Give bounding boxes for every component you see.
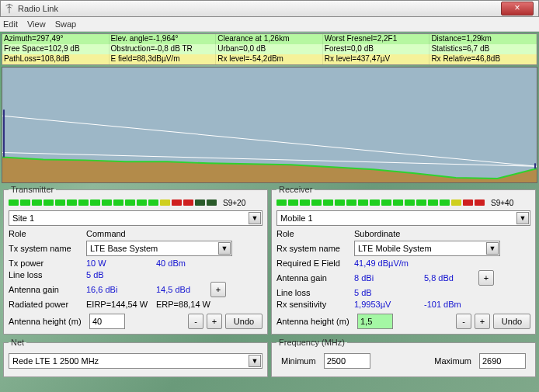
info-azimuth: Azimuth=297,49° (2, 34, 110, 44)
info-rxlevel-uv: Rx level=437,47µV (323, 54, 430, 64)
info-bar: Azimuth=297,49° Elev. angle=-1,964° Clea… (2, 33, 537, 65)
rx-role-value: Subordinate (354, 229, 500, 238)
menubar: Edit View Swap (0, 17, 539, 32)
rx-antheight-input[interactable]: 1,5 (357, 314, 393, 329)
rx-reqfield-label: Required E Field (276, 258, 354, 268)
receiver-legend: Receiver (276, 185, 315, 194)
chevron-down-icon: ▼ (249, 355, 261, 367)
frequency-panel: Frequency (MHz) Minimum 2500 Maximum 269… (271, 338, 536, 377)
menu-view[interactable]: View (27, 19, 46, 29)
info-urban: Urban=0,0 dB (216, 44, 323, 54)
tx-antgain-label: Antenna gain (9, 285, 86, 294)
rx-undo-button[interactable]: Undo (493, 314, 530, 329)
net-panel: Net Rede LTE 1 2500 MHz ▼ (3, 338, 268, 377)
rx-antgain-plus-button[interactable]: + (478, 270, 494, 286)
rx-reqfield-value: 41,49 dBµV/m (354, 258, 478, 268)
info-freespace: Free Space=102,9 dB (2, 44, 110, 54)
chevron-down-icon: ▼ (249, 212, 261, 224)
net-value: Rede LTE 1 2500 MHz (12, 356, 99, 366)
info-rxlevel-dbm: Rx level=-54,2dBm (216, 54, 323, 64)
tx-role-value: Command (86, 229, 232, 238)
tx-height-minus-button[interactable]: - (188, 314, 203, 329)
info-rxrelative: Rx Relative=46,8dB (429, 54, 537, 64)
info-efield: E field=88,3dBµV/m (110, 54, 217, 64)
tx-eirp-value: EIRP=144,54 W (86, 300, 156, 309)
info-pathloss: PathLoss=108,8dB (2, 54, 110, 64)
tx-antheight-input[interactable]: 40 (89, 314, 125, 329)
tx-sysname-select[interactable]: LTE Base System ▼ (86, 241, 232, 256)
tx-height-plus-button[interactable]: + (207, 314, 222, 329)
rx-sysname-label: Rx system name (276, 244, 354, 253)
freq-min-input[interactable]: 2500 (324, 353, 370, 369)
rx-antgain-dbi: 8 dBi (354, 273, 424, 283)
freq-max-label: Maximum (434, 356, 471, 366)
chevron-down-icon: ▼ (218, 242, 231, 255)
tx-antgain-dbi: 16,6 dBi (86, 285, 156, 294)
transmitter-legend: Transmitter (9, 185, 56, 194)
rx-role-label: Role (276, 229, 354, 238)
rx-rxsens-uv: 1,9953µV (354, 300, 424, 309)
tx-lineloss-value: 5 dB (86, 270, 210, 279)
rx-sysname-select[interactable]: LTE Mobile System ▼ (354, 241, 500, 256)
tx-radpower-label: Radiated power (9, 300, 86, 309)
net-legend: Net (9, 338, 26, 347)
rx-rxsens-label: Rx sensitivity (276, 300, 354, 309)
info-stats: Statistics=6,7 dB (429, 44, 537, 54)
tx-antgain-dbd: 14,5 dBd (156, 285, 210, 294)
tx-site-value: Site 1 (12, 213, 34, 223)
freq-max-input[interactable]: 2690 (479, 353, 526, 369)
tx-power-label: Tx power (9, 258, 86, 268)
rx-antheight-label: Antenna height (m) (276, 317, 354, 326)
tx-meter-label: S9+20 (223, 199, 245, 207)
menu-edit[interactable]: Edit (3, 19, 18, 29)
tx-antgain-plus-button[interactable]: + (210, 282, 226, 297)
tx-undo-button[interactable]: Undo (225, 314, 263, 329)
rx-height-minus-button[interactable]: - (456, 314, 471, 329)
freq-min-label: Minimum (281, 356, 316, 366)
rx-site-value: Mobile 1 (280, 213, 313, 223)
rx-signal-meter: S9+40 (276, 197, 530, 208)
tx-power-w: 10 W (86, 258, 156, 268)
close-button[interactable]: × (501, 2, 534, 16)
tx-signal-meter: S9+20 (9, 197, 263, 208)
titlebar: Radio Link × (0, 0, 539, 17)
rx-sysname-value: LTE Mobile System (358, 244, 432, 253)
rx-lineloss-value: 5 dB (354, 288, 478, 297)
transmitter-panel: Transmitter S9+20 Site 1 ▼ Role Command … (3, 185, 268, 335)
rx-rxsens-dbm: -101 dBm (424, 300, 500, 309)
frequency-legend: Frequency (MHz) (276, 338, 347, 347)
chevron-down-icon: ▼ (516, 212, 529, 224)
receiver-panel: Receiver S9+40 Mobile 1 ▼ Role Subordina… (271, 185, 536, 335)
rx-lineloss-label: Line loss (276, 288, 354, 297)
tx-sysname-value: LTE Base System (90, 244, 158, 253)
terrain-profile-chart (2, 67, 537, 183)
tx-erp-value: ERP=88,14 W (156, 300, 232, 309)
window-title: Radio Link (18, 4, 535, 13)
rx-antgain-label: Antenna gain (276, 273, 354, 283)
info-fresnel: Worst Fresnel=2,2F1 (323, 34, 430, 44)
tx-site-select[interactable]: Site 1 ▼ (9, 210, 263, 226)
info-clearance: Clearance at 1,26km (216, 34, 323, 44)
info-obstruction: Obstruction=-0,8 dB TR (110, 44, 217, 54)
info-distance: Distance=1,29km (429, 34, 537, 44)
info-elev: Elev. angle=-1,964° (110, 34, 217, 44)
tx-antheight-label: Antenna height (m) (9, 317, 86, 326)
tx-power-dbm: 40 dBm (156, 258, 210, 268)
menu-swap[interactable]: Swap (55, 19, 77, 29)
antenna-icon (4, 3, 15, 14)
info-forest: Forest=0,0 dB (323, 44, 430, 54)
rx-antgain-dbd: 5,8 dBd (424, 273, 478, 283)
chevron-down-icon: ▼ (486, 242, 499, 255)
net-select[interactable]: Rede LTE 1 2500 MHz ▼ (9, 353, 263, 369)
tx-sysname-label: Tx system name (9, 244, 86, 253)
rx-site-select[interactable]: Mobile 1 ▼ (276, 210, 530, 226)
rx-meter-label: S9+40 (491, 199, 513, 207)
tx-lineloss-label: Line loss (9, 270, 86, 279)
rx-height-plus-button[interactable]: + (475, 314, 490, 329)
tx-role-label: Role (9, 229, 86, 238)
